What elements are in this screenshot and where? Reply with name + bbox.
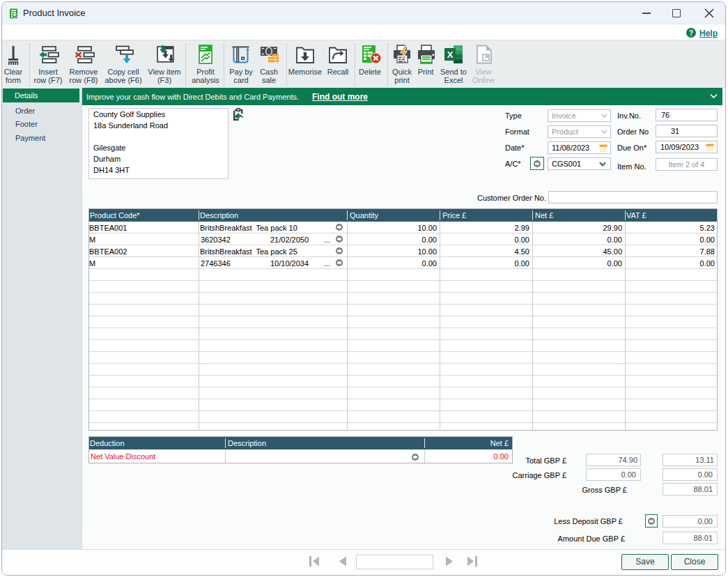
svg-text:X: X [447, 49, 454, 60]
svg-text:?: ? [689, 29, 693, 37]
